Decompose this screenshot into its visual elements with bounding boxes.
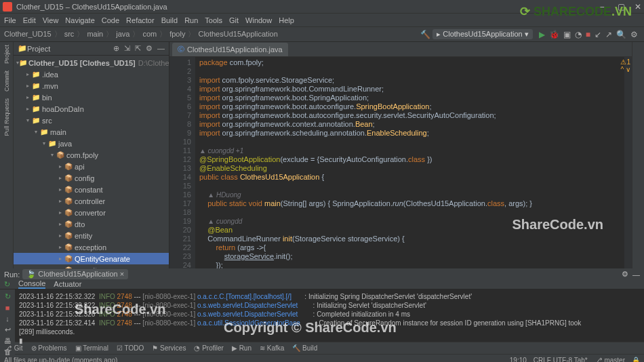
run-subtab-actuator[interactable]: Actuator (54, 280, 81, 288)
run-subtabs: ↻ConsoleActuator (0, 279, 644, 289)
line-gutter: 123456789101112131415161718192021222324 (169, 57, 195, 268)
breadcrumb-item[interactable]: java (116, 30, 129, 38)
breadcrumb-item[interactable]: ClothesUd15Application (198, 30, 277, 38)
settings-icon[interactable]: ⚙ (630, 30, 638, 39)
menu-help[interactable]: Help (279, 16, 294, 24)
tool-git[interactable]: ⎇ Git (4, 344, 23, 352)
commit-tool-button[interactable]: Commit (3, 71, 10, 92)
code-editor[interactable]: 123456789101112131415161718192021222324 … (169, 57, 632, 268)
class-icon: Ⓒ (178, 45, 184, 54)
tree-item[interactable]: ▸📁bin (14, 92, 169, 103)
select-opened-file-icon[interactable]: ⊕ (113, 44, 119, 52)
warning-badge[interactable]: ⚠1 ^ ∨ (620, 58, 630, 73)
tree-item[interactable]: ▸📁.mvn (14, 80, 169, 92)
tree-item[interactable]: ▸📦QEntityGenarate (14, 253, 169, 264)
tab-clothesud15application[interactable]: Ⓒ ClothesUd15Application.java (172, 43, 288, 56)
menu-navigate[interactable]: Navigate (65, 16, 94, 24)
lock-icon: 🔒 (632, 357, 640, 362)
git-branch[interactable]: ⎇ master (595, 357, 625, 362)
tree-item[interactable]: ▾📦com.fpoly (14, 149, 169, 161)
tree-item[interactable]: ▸📦exception (14, 241, 169, 253)
scroll-to-end-icon[interactable]: ↓ (5, 315, 9, 323)
tool-problems[interactable]: ⊘ Problems (31, 344, 67, 352)
tool-services[interactable]: ⚑ Services (152, 344, 186, 352)
hammer-icon[interactable]: 🔨 (420, 30, 430, 39)
code-content[interactable]: package com.fpoly; import com.fpoly.serv… (195, 57, 624, 268)
tree-item[interactable]: ▾📁main (14, 126, 169, 138)
menu-run[interactable]: Run (184, 16, 198, 24)
panel-settings-icon[interactable]: ⚙ (146, 44, 153, 52)
app-icon (3, 2, 12, 12)
tool-build[interactable]: 🔨 Build (292, 344, 317, 352)
editor-area: Ⓒ ClothesUd15Application.java 1234567891… (169, 42, 632, 268)
stop-icon[interactable]: ■ (586, 30, 590, 39)
tree-item[interactable]: ▸📁.idea (14, 68, 169, 80)
hide-panel-icon[interactable]: — (157, 44, 165, 52)
tool-profiler[interactable]: ◔ Profiler (194, 344, 223, 352)
menu-tools[interactable]: Tools (205, 16, 222, 24)
tree-item[interactable]: ▾📁src (14, 115, 169, 126)
project-panel-title: Project (27, 45, 110, 53)
tree-item[interactable]: ▸📦entity (14, 230, 169, 241)
run-icon[interactable]: ▶ (539, 30, 545, 39)
rerun-icon[interactable]: ↻ (5, 292, 11, 301)
run-tab[interactable]: 🍃 ClothesUd15Application × (22, 269, 128, 279)
project-tree[interactable]: ▾📁Clother_UD15 [Clothes_UD15] D:\Clother… (14, 56, 169, 268)
menu-view[interactable]: View (43, 16, 59, 24)
breadcrumb-item[interactable]: src (64, 30, 75, 38)
coverage-icon[interactable]: ▣ (563, 30, 571, 39)
collapse-all-icon[interactable]: ⇱ (135, 44, 141, 52)
tree-item[interactable]: ▸📦convertor (14, 207, 169, 218)
menu-refactor[interactable]: Refactor (126, 16, 155, 24)
tool-kafka[interactable]: ≋ Kafka (260, 344, 284, 352)
maximize-button[interactable]: ▢ (618, 2, 625, 12)
menu-edit[interactable]: Edit (23, 16, 36, 24)
vcs-update-icon[interactable]: ↙ (595, 30, 601, 39)
tree-root[interactable]: ▾📁Clother_UD15 [Clothes_UD15] D:\Clother… (14, 57, 169, 68)
tree-item[interactable]: ▸📦constant (14, 184, 169, 195)
stop-run-icon[interactable]: ■ (5, 304, 10, 312)
rerun-inline-icon[interactable]: ↻ (4, 280, 10, 289)
tree-item[interactable]: ▸📦dto (14, 218, 169, 230)
tree-item[interactable]: ▸📦repository (14, 264, 169, 268)
minimize-button[interactable]: — (600, 2, 608, 12)
tree-item[interactable]: ▸📦api (14, 161, 169, 172)
run-settings-icon[interactable]: ⚙ (622, 270, 628, 279)
pull-requests-tool-button[interactable]: Pull Requests (3, 98, 10, 136)
console-output[interactable]: 2023-11-16 22:15:32.322 INFO 2748 --- [n… (15, 289, 644, 356)
tree-item[interactable]: ▸📁hoaDonDaIn (14, 103, 169, 115)
tool-terminal[interactable]: ▣ Terminal (75, 344, 108, 352)
close-button[interactable]: ✕ (635, 2, 641, 12)
tree-item[interactable]: ▸📦controller (14, 195, 169, 207)
tree-item[interactable]: ▸📦config (14, 172, 169, 184)
breadcrumbs[interactable]: Clother_UD15〉src〉main〉java〉com〉fpoly〉Clo… (4, 29, 281, 39)
breadcrumb-item[interactable]: Clother_UD15 (4, 30, 52, 38)
encoding[interactable]: CRLF UTF-8 Tab* (534, 357, 588, 362)
soft-wrap-icon[interactable]: ↩ (5, 325, 11, 334)
caret-position[interactable]: 19:10 (510, 357, 527, 362)
menu-build[interactable]: Build (161, 16, 178, 24)
search-icon[interactable]: 🔍 (616, 30, 626, 39)
tab-label: ClothesUd15Application.java (187, 45, 283, 54)
breadcrumb-item[interactable]: main (87, 30, 103, 38)
error-strip[interactable]: ⚠1 ^ ∨ (624, 57, 632, 268)
breadcrumb-item[interactable]: fpoly (169, 30, 185, 38)
menu-window[interactable]: Window (245, 16, 272, 24)
run-panel-title: Run: (4, 270, 20, 279)
run-hide-icon[interactable]: — (632, 270, 640, 279)
vcs-commit-icon[interactable]: ↗ (605, 30, 612, 39)
breadcrumb-item[interactable]: com (142, 30, 157, 38)
menu-file[interactable]: File (4, 16, 16, 24)
profile-icon[interactable]: ◔ (575, 30, 582, 39)
debug-icon[interactable]: 🐞 (549, 30, 559, 39)
titlebar: Clother_UD15 – ClothesUd15Application.ja… (0, 0, 644, 14)
expand-all-icon[interactable]: ⇲ (124, 44, 130, 52)
run-subtab-console[interactable]: Console (18, 279, 45, 289)
project-tool-button[interactable]: Project (3, 45, 10, 64)
menu-git[interactable]: Git (229, 16, 239, 24)
tree-item[interactable]: ▾📁java (14, 138, 169, 149)
run-config-selector[interactable]: ▸ ClothesUd15Application ▾ (432, 29, 533, 39)
tool-todo[interactable]: ☑ TODO (117, 344, 144, 352)
menu-code[interactable]: Code (102, 16, 119, 24)
tool-run[interactable]: ▶ Run (232, 344, 251, 352)
